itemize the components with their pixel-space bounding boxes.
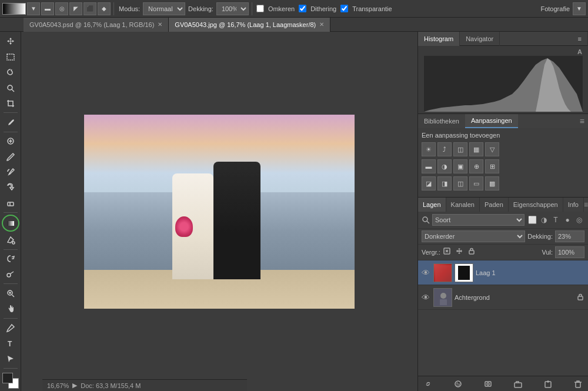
radial-gradient-btn[interactable]: ◎ [55, 2, 68, 15]
lagen-tab[interactable]: Lagen [418, 198, 446, 212]
tool-sep-5 [4, 283, 18, 284]
exposure-btn[interactable]: ◫ [453, 142, 467, 156]
threshold-btn[interactable]: ◫ [453, 176, 467, 191]
layers-tabs: Lagen Kanalen Paden Eigenschappen Info ≡ [418, 198, 588, 212]
aanpassingen-tab[interactable]: Aanpassingen [465, 114, 518, 128]
kanalen-tab[interactable]: Kanalen [446, 198, 480, 212]
tab-psd[interactable]: GV0A5043.psd @ 16,7% (Laag 1, RGB/16) ✕ [24, 18, 169, 32]
workspace-btn[interactable]: ▼ [573, 2, 586, 15]
layers-panel-menu[interactable]: ≡ [584, 200, 588, 209]
reflected-gradient-btn[interactable]: ⬛ [83, 2, 96, 15]
adj-collapse-btn[interactable]: ≡ [580, 116, 588, 126]
tab-psd-close[interactable]: ✕ [158, 21, 162, 28]
libraries-tab[interactable]: Bibliotheken [418, 114, 465, 128]
color-lookup-btn[interactable]: ⊞ [485, 159, 499, 173]
tab-jpg[interactable]: GV0A5043.jpg @ 16,7% (Laag 1, Laagmasker… [169, 18, 330, 32]
layer-thumb-achtergrond [433, 288, 452, 307]
dither-checkbox[interactable] [299, 5, 306, 12]
navigator-tab[interactable]: Navigator [460, 32, 500, 46]
paden-tab[interactable]: Paden [480, 198, 509, 212]
channel-mixer-btn[interactable]: ⊕ [469, 159, 483, 173]
curves-btn[interactable]: ⤴ [437, 142, 452, 156]
gradient-map-btn[interactable]: ▭ [469, 176, 483, 191]
crop-tool[interactable] [3, 96, 18, 111]
posterize-btn[interactable]: ◨ [437, 176, 452, 191]
eyedropper-tool[interactable] [3, 115, 18, 129]
blend-mode-select[interactable]: Donkerder [422, 230, 525, 242]
gradient-tool[interactable] [2, 215, 19, 232]
eraser-tool[interactable] [3, 196, 18, 210]
svg-point-1 [8, 85, 12, 90]
info-tab[interactable]: Info [563, 198, 584, 212]
foreground-color-swatch[interactable] [2, 373, 13, 383]
history-brush-tool[interactable] [3, 181, 18, 195]
histogram-options-btn[interactable]: ≡ [572, 32, 588, 46]
filter-smart-btn[interactable]: ◎ [574, 215, 584, 225]
bw-btn[interactable]: ◑ [437, 159, 452, 173]
svg-text:T: T [8, 340, 12, 348]
move-tool[interactable] [3, 34, 18, 49]
eigenschappen-tab[interactable]: Eigenschappen [509, 198, 563, 212]
rectangular-marquee-tool[interactable] [3, 49, 18, 64]
type-tool[interactable]: T [3, 336, 18, 350]
tab-jpg-close[interactable]: ✕ [319, 21, 324, 28]
svg-rect-25 [469, 250, 474, 254]
diamond-gradient-btn[interactable]: ◆ [98, 2, 111, 15]
lasso-tool[interactable] [3, 65, 18, 80]
mode-select[interactable]: Normaal [143, 2, 185, 15]
brush-tool[interactable] [3, 149, 18, 164]
hand-tool[interactable] [3, 302, 18, 316]
layer-item-achtergrond[interactable]: 👁 Achtergrond [418, 285, 588, 310]
layer-visibility-achtergrond[interactable]: 👁 [420, 293, 431, 302]
photo-couple [166, 150, 272, 279]
add-mask-btn[interactable] [482, 378, 495, 390]
invert-checkbox[interactable] [256, 5, 264, 12]
layer-visibility-laag1[interactable]: 👁 [420, 268, 431, 278]
filter-pixel-btn[interactable]: ⬜ [527, 215, 537, 225]
bouquet [175, 216, 193, 237]
invert-btn[interactable]: ◪ [422, 176, 436, 191]
link-layers-btn[interactable] [422, 378, 435, 390]
paint-bucket-tool[interactable] [3, 232, 18, 247]
vibrance-btn[interactable]: ▦ [469, 142, 483, 156]
lock-pixels-btn[interactable] [443, 247, 453, 258]
selective-color-btn[interactable]: ▩ [485, 176, 499, 191]
zoom-tool[interactable] [3, 286, 18, 300]
angle-gradient-btn[interactable]: ◤ [69, 2, 82, 15]
hsl-btn[interactable]: ▽ [485, 142, 499, 156]
spot-healing-tool[interactable] [3, 134, 18, 149]
lock-position-btn[interactable] [455, 247, 466, 258]
histogram-marker: A [577, 48, 582, 55]
lock-all-btn[interactable] [467, 247, 478, 258]
opacity-select[interactable]: 100% [216, 2, 249, 15]
pen-tool[interactable] [3, 320, 18, 335]
dodge-tool[interactable] [3, 267, 18, 282]
brightness-btn[interactable]: ☀ [422, 142, 436, 156]
histogram-tabs: Histogram Navigator ≡ [418, 32, 588, 46]
delete-layer-btn[interactable] [572, 378, 584, 390]
filter-type-btn[interactable]: T [550, 215, 561, 225]
linear-gradient-btn[interactable]: ▬ [41, 2, 54, 15]
transparency-checkbox[interactable] [340, 5, 348, 12]
filter-adjustment-btn[interactable]: ◑ [539, 215, 549, 225]
blur-tool[interactable] [3, 252, 18, 266]
new-layer-btn[interactable] [542, 378, 554, 390]
tab-jpg-label: GV0A5043.jpg @ 16,7% (Laag 1, Laagmasker… [175, 21, 316, 28]
opacity-value[interactable]: 23% [555, 230, 584, 242]
quick-selection-tool[interactable] [3, 81, 18, 95]
clone-stamp-tool[interactable] [3, 165, 18, 179]
transparency-label: Transparantie [352, 5, 392, 12]
histogram-tab[interactable]: Histogram [418, 32, 460, 46]
gradient-dropdown[interactable]: ▼ [27, 2, 40, 15]
filter-shape-btn[interactable]: ● [562, 215, 573, 225]
gradient-preset[interactable] [2, 3, 26, 15]
fill-value[interactable]: 100% [555, 246, 584, 258]
photo-filter-btn[interactable]: ▣ [453, 159, 467, 173]
add-style-btn[interactable]: fx [452, 378, 465, 390]
path-selection-tool[interactable] [3, 351, 18, 366]
color-balance-btn[interactable]: ▬ [422, 159, 436, 173]
layers-sort-select[interactable]: Soort [432, 214, 524, 226]
new-group-btn[interactable] [512, 378, 524, 390]
fg-bg-colors[interactable] [2, 373, 19, 389]
layer-item-laag1[interactable]: 👁 Laag 1 [418, 260, 588, 285]
